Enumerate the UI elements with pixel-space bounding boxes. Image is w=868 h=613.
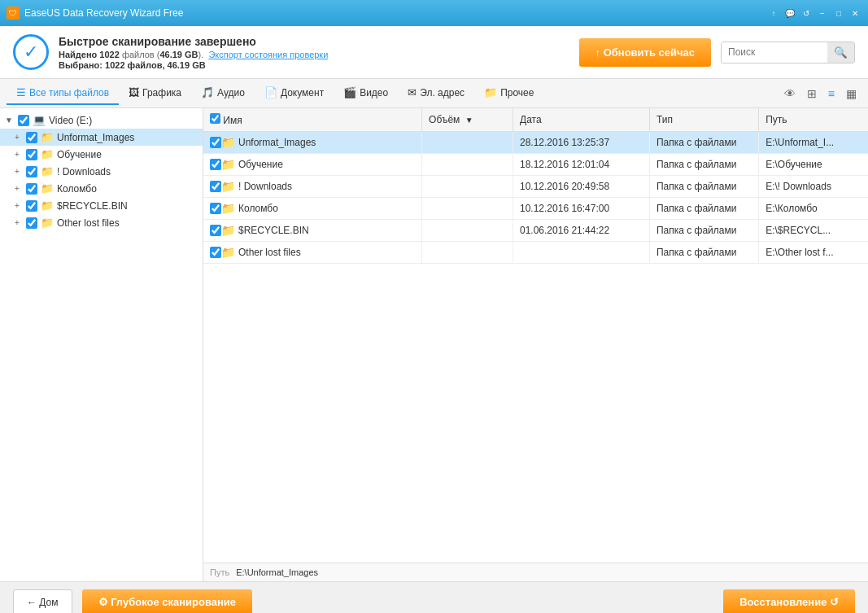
row-folder-icon-5: 📁 <box>221 246 235 259</box>
tab-all[interactable]: ☰ Все типы файлов <box>7 81 119 105</box>
tree-label-unformat: Unformat_Images <box>57 132 134 143</box>
row-name-0: Unformat_Images <box>238 137 316 148</box>
cell-date-4: 01.06.2016 21:44:22 <box>513 220 650 242</box>
row-checkbox-5[interactable] <box>210 247 221 258</box>
row-folder-icon-3: 📁 <box>221 202 235 215</box>
cell-path-0: E:\Unformat_I... <box>759 132 868 154</box>
tab-email[interactable]: ✉ Эл. адрес <box>398 81 474 105</box>
cell-type-0: Папка с файлами <box>649 132 758 154</box>
row-folder-icon-4: 📁 <box>221 224 235 237</box>
tab-audio-label: Аудио <box>217 87 245 99</box>
tree-item-kolombo[interactable]: + 📁 Коломбо <box>0 180 203 197</box>
checkbox-unformat[interactable] <box>26 132 37 143</box>
close-btn[interactable]: ✕ <box>848 7 861 20</box>
table-row[interactable]: 📁 Обучение 18.12.2016 12:01:04 Папка с ф… <box>203 154 868 176</box>
cell-path-5: E:\Other lost f... <box>759 242 868 264</box>
table-row[interactable]: 📁 ! Downloads 10.12.2016 20:49:58 Папка … <box>203 176 868 198</box>
checkbox-root[interactable] <box>18 115 29 126</box>
cell-name-5: 📁 Other lost files <box>203 242 422 264</box>
col-name-label: Имя <box>223 115 242 126</box>
tab-document-label: Документ <box>281 87 324 99</box>
folder-icon-otherlost: 📁 <box>41 217 54 229</box>
checkbox-education[interactable] <box>26 149 37 160</box>
tree-label-education: Обучение <box>57 149 102 160</box>
col-date[interactable]: Дата <box>513 108 650 132</box>
checkbox-kolombo[interactable] <box>26 183 37 195</box>
checkbox-otherlost[interactable] <box>26 217 37 229</box>
status-bar: Путь E:\Unformat_Images <box>203 563 868 581</box>
select-all-checkbox[interactable] <box>210 113 220 124</box>
export-link[interactable]: Экспорт состояния проверки <box>208 50 328 59</box>
found-label: Найдено <box>59 50 97 59</box>
row-checkbox-2[interactable] <box>210 181 221 192</box>
tree-item-recycle[interactable]: + 📁 $RECYCLE.BIN <box>0 197 203 214</box>
view-grid-btn[interactable]: ⊞ <box>802 84 822 103</box>
update-button[interactable]: ↑ Обновить сейчас <box>579 38 711 67</box>
tab-graphics[interactable]: 🖼 Графика <box>119 81 191 105</box>
tab-audio[interactable]: 🎵 Аудио <box>191 81 255 105</box>
search-input[interactable] <box>722 42 827 62</box>
tab-other-icon: 📁 <box>484 86 497 99</box>
tree-item-downloads[interactable]: + 📁 ! Downloads <box>0 163 203 180</box>
expand-recycle-icon: + <box>11 201 23 210</box>
tab-document-icon: 📄 <box>264 86 277 99</box>
tab-graphics-icon: 🖼 <box>129 86 139 99</box>
row-checkbox-4[interactable] <box>210 225 221 236</box>
col-size[interactable]: Объём ▼ <box>422 108 513 132</box>
found-size: 46.19 GB <box>159 50 198 59</box>
tab-email-label: Эл. адрес <box>420 87 465 99</box>
selected-info: Выбрано: 1022 файлов, 46.19 GB <box>59 60 569 70</box>
view-list-btn[interactable]: ≡ <box>823 84 840 103</box>
expand-unformat-icon: + <box>11 133 23 142</box>
expand-otherlost-icon: + <box>11 218 23 227</box>
sort-arrow-icon: ▼ <box>465 116 473 125</box>
cell-date-0: 28.12.2016 13:25:37 <box>513 132 650 154</box>
cell-date-1: 18.12.2016 12:01:04 <box>513 154 650 176</box>
tab-other[interactable]: 📁 Прочее <box>474 81 543 105</box>
table-row[interactable]: 📁 Unformat_Images 28.12.2016 13:25:37 Па… <box>203 132 868 154</box>
row-checkbox-0[interactable] <box>210 137 221 148</box>
table-row[interactable]: 📁 Коломбо 10.12.2016 16:47:00 Папка с фа… <box>203 198 868 220</box>
tab-document[interactable]: 📄 Документ <box>255 81 334 105</box>
tab-video[interactable]: 🎬 Видео <box>334 81 398 105</box>
cell-type-2: Папка с файлами <box>649 176 758 198</box>
view-eye-btn[interactable]: 👁 <box>779 84 800 103</box>
checkbox-recycle[interactable] <box>26 200 37 212</box>
col-path[interactable]: Путь <box>759 108 868 132</box>
maximize-btn[interactable]: □ <box>832 7 845 20</box>
deep-scan-button[interactable]: ⚙ Глубокое сканирование <box>82 589 253 613</box>
row-checkbox-3[interactable] <box>210 203 221 214</box>
table-row[interactable]: 📁 Other lost files Папка с файлами E:\Ot… <box>203 242 868 264</box>
home-button[interactable]: ← Дом <box>13 589 72 614</box>
titlebar: 🛡 EaseUS Data Recovery Wizard Free ↑ 💬 ↺… <box>0 0 868 26</box>
tree-item-unformat[interactable]: + 📁 Unformat_Images <box>0 129 203 146</box>
cell-size-0 <box>422 132 513 154</box>
pin-btn[interactable]: ↑ <box>767 7 780 20</box>
msg-btn[interactable]: 💬 <box>783 7 796 20</box>
window-controls: ↑ 💬 ↺ − □ ✕ <box>767 7 861 20</box>
row-checkbox-1[interactable] <box>210 159 221 170</box>
tree-item-root[interactable]: ▼ 💻 Video (E:) <box>0 112 203 129</box>
tab-all-label: Все типы файлов <box>29 87 109 99</box>
row-name-3: Коломбо <box>238 203 278 214</box>
restore-button[interactable]: Восстановление ↺ <box>723 589 855 613</box>
table-row[interactable]: 📁 $RECYCLE.BIN 01.06.2016 21:44:22 Папка… <box>203 220 868 242</box>
view-details-btn[interactable]: ▦ <box>841 84 861 103</box>
minimize-btn[interactable]: − <box>816 7 829 20</box>
cell-type-3: Папка с файлами <box>649 198 758 220</box>
col-type[interactable]: Тип <box>649 108 758 132</box>
file-list-scroll[interactable]: Имя Объём ▼ Дата Тип Путь 📁 <box>203 108 868 563</box>
file-list: Имя Объём ▼ Дата Тип Путь 📁 <box>203 108 868 581</box>
expand-downloads-icon: + <box>11 167 23 176</box>
tab-audio-icon: 🎵 <box>201 86 214 99</box>
checkbox-downloads[interactable] <box>26 166 37 177</box>
refresh-btn[interactable]: ↺ <box>800 7 813 20</box>
tree-item-education[interactable]: + 📁 Обучение <box>0 146 203 163</box>
cell-name-4: 📁 $RECYCLE.BIN <box>203 220 422 242</box>
search-button[interactable]: 🔍 <box>827 42 854 63</box>
cell-size-5 <box>422 242 513 264</box>
col-name[interactable]: Имя <box>203 108 422 132</box>
tree-label-kolombo: Коломбо <box>57 183 97 195</box>
tree-item-otherlost[interactable]: + 📁 Other lost files <box>0 214 203 231</box>
tab-email-icon: ✉ <box>408 86 417 99</box>
